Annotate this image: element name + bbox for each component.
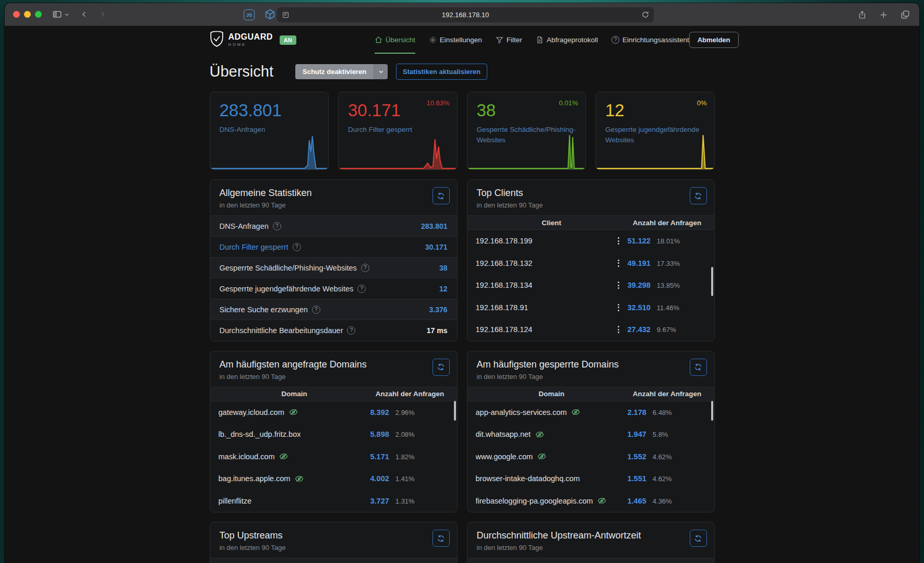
panel-title: Top Upstreams — [220, 530, 448, 541]
general-stats-rows: DNS-Anfragen? 283.801 Durch Filter gespe… — [210, 215, 457, 340]
protection-status-badge: AN — [280, 35, 296, 45]
new-tab-icon[interactable] — [879, 10, 888, 19]
eye-off-icon[interactable] — [279, 452, 288, 461]
refresh-panel-button[interactable] — [433, 187, 450, 204]
help-icon[interactable]: ? — [293, 243, 301, 251]
page-title: Übersicht — [210, 63, 274, 80]
domain-name[interactable]: gateway.icloud.com — [219, 408, 284, 417]
brand-name: ADGUARD — [229, 33, 273, 41]
browser-toolbar: JS 192.168.178.10 — [5, 3, 919, 26]
client-ip[interactable]: 192.168.178.91 — [476, 303, 529, 312]
adguard-header: ADGUARD HOME AN Übersicht Einstellungen — [5, 26, 919, 54]
stat-value[interactable]: 12 — [439, 285, 448, 293]
back-icon[interactable] — [81, 10, 88, 19]
brand-subtitle: HOME — [229, 43, 273, 47]
scrollbar-thumb[interactable] — [711, 401, 713, 421]
refresh-panel-button[interactable] — [433, 530, 450, 547]
nav-einrichtungsassistent[interactable]: ? Einrichtungsassistent — [611, 26, 689, 54]
document-icon — [536, 36, 544, 44]
table-row: bag.itunes.apple.com 4.0021.41% — [210, 468, 457, 490]
sidebar-icon[interactable] — [52, 9, 62, 19]
refresh-panel-button[interactable] — [690, 359, 707, 376]
address-bar[interactable]: 192.168.178.10 — [277, 7, 654, 22]
panel-period: in den letzten 90 Tage — [477, 544, 705, 552]
table-row: 192.168.178.91 32.51011.46% — [467, 297, 714, 319]
logout-button[interactable]: Abmelden — [689, 32, 739, 48]
scrollbar-thumb[interactable] — [454, 401, 456, 421]
panel-title: Top Clients — [477, 188, 705, 199]
stat-row: DNS-Anfragen? 283.801 — [210, 215, 457, 236]
chevron-down-icon[interactable] — [64, 12, 69, 17]
nav-abfrageprotokoll[interactable]: Abfrageprotokoll — [536, 26, 598, 54]
close-window-button[interactable] — [13, 11, 20, 18]
domain-name[interactable]: app-analytics-services.com — [476, 408, 567, 417]
refresh-panel-button[interactable] — [690, 187, 707, 204]
domain-name[interactable]: bag.itunes.apple.com — [219, 474, 291, 483]
eye-off-icon[interactable] — [289, 408, 298, 417]
forward-icon[interactable] — [99, 10, 106, 19]
zoom-window-button[interactable] — [35, 11, 42, 18]
help-icon[interactable]: ? — [273, 222, 281, 230]
stat-value[interactable]: 30.171 — [425, 243, 448, 251]
tab-overview-icon[interactable] — [901, 10, 910, 19]
kebab-menu-icon[interactable] — [618, 282, 619, 289]
help-icon[interactable]: ? — [312, 305, 320, 314]
help-icon[interactable]: ? — [357, 285, 366, 293]
kebab-menu-icon[interactable] — [618, 326, 619, 333]
stat-value[interactable]: 3.376 — [429, 305, 447, 314]
js-extension-icon[interactable]: JS — [244, 9, 255, 20]
eye-off-icon[interactable] — [571, 408, 580, 417]
cube-extension-icon[interactable] — [265, 9, 275, 20]
help-icon[interactable]: ? — [361, 264, 369, 272]
panel-top-queried-domains: Am häufigsten angefragte Domains in den … — [210, 351, 458, 513]
table-header: Domain Anzahl der Anfragen — [210, 387, 457, 401]
nav-uebersicht[interactable]: Übersicht — [375, 26, 415, 54]
refresh-panel-button[interactable] — [433, 359, 450, 376]
sparkline-yellow — [596, 129, 714, 169]
kebab-menu-icon[interactable] — [618, 260, 619, 267]
client-ip[interactable]: 192.168.178.132 — [476, 259, 533, 267]
kebab-menu-icon[interactable] — [618, 237, 619, 244]
client-ip[interactable]: 192.168.178.124 — [476, 325, 533, 334]
share-icon[interactable] — [858, 10, 867, 20]
nav-einstellungen[interactable]: Einstellungen — [429, 26, 482, 54]
protection-dropdown-caret[interactable] — [374, 64, 388, 79]
url-text: 192.168.178.10 — [442, 11, 489, 19]
refresh-statistics-button[interactable]: Statistiken aktualisieren — [396, 64, 487, 80]
help-icon[interactable]: ? — [347, 326, 355, 335]
stat-value[interactable]: 283.801 — [421, 222, 448, 230]
domain-name[interactable]: www.google.com — [476, 452, 533, 461]
domain-name[interactable]: firebaselogging-pa.googleapis.com — [476, 497, 593, 505]
reader-view-icon[interactable] — [282, 11, 290, 19]
sparkline-green — [467, 129, 586, 169]
kebab-menu-icon[interactable] — [618, 304, 619, 311]
domain-name[interactable]: browser-intake-datadoghq.com — [476, 474, 580, 483]
eye-off-icon[interactable] — [535, 430, 544, 439]
domain-name[interactable]: pillenflitze — [219, 497, 252, 505]
panel-period: in den letzten 90 Tage — [220, 201, 448, 209]
domain-name[interactable]: dit.whatsapp.net — [476, 430, 531, 438]
eye-off-icon[interactable] — [597, 496, 606, 505]
panel-period: in den letzten 90 Tage — [477, 201, 705, 209]
eye-off-icon[interactable] — [295, 474, 304, 483]
table-row: 192.168.178.132 49.19117.33% — [467, 252, 714, 275]
eye-off-icon[interactable] — [537, 452, 546, 461]
client-ip[interactable]: 192.168.178.199 — [476, 237, 533, 245]
reload-icon[interactable] — [642, 11, 649, 18]
disable-protection-button[interactable]: Schutz deaktivieren — [295, 64, 388, 79]
scrollbar-thumb[interactable] — [711, 267, 713, 296]
domain-name[interactable]: lb._dns-sd._udp.fritz.box — [219, 430, 301, 438]
table-row: mask.icloud.com 5.1711.82% — [210, 446, 457, 468]
panel-title: Durchschnittliche Upstream-Antwortzeit — [477, 530, 705, 541]
client-ip[interactable]: 192.168.178.134 — [476, 281, 533, 289]
nav-filter[interactable]: Filter — [496, 26, 522, 54]
panel-top-blocked-domains: Am häufigsten gesperrte Domains in den l… — [467, 351, 715, 513]
domain-name[interactable]: mask.icloud.com — [219, 452, 275, 461]
refresh-panel-button[interactable] — [690, 530, 707, 547]
stat-value[interactable]: 38 — [439, 264, 448, 272]
minimize-window-button[interactable] — [24, 11, 31, 18]
table-row: 192.168.178.199 51.12218.01% — [467, 230, 714, 252]
panel-period: in den letzten 90 Tage — [220, 373, 448, 381]
adguard-logo[interactable]: ADGUARD HOME AN — [210, 31, 296, 49]
table-row: 192.168.178.134 39.29813.85% — [467, 274, 714, 297]
